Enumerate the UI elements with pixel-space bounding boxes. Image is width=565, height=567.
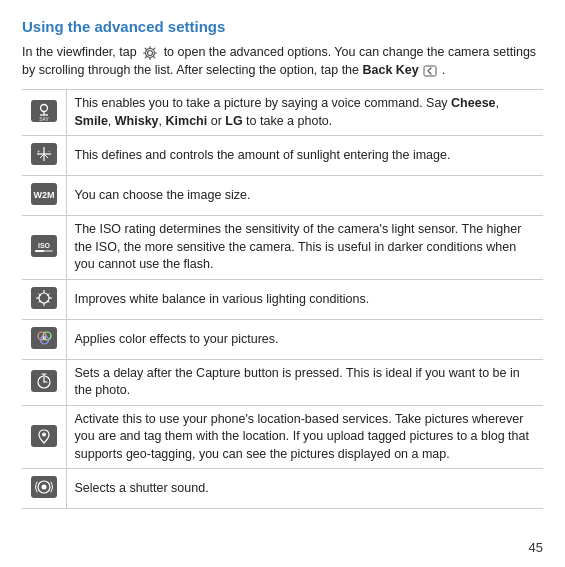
svg-rect-2 <box>424 66 436 76</box>
table-row: Applies color effects to your pictures. <box>22 319 543 359</box>
svg-point-35 <box>42 336 46 340</box>
text-cell: Applies color effects to your pictures. <box>66 319 543 359</box>
icon-cell: ISO <box>22 216 66 280</box>
voice-icon: SAY <box>29 98 59 124</box>
text-cell: Sets a delay after the Capture button is… <box>66 359 543 405</box>
svg-point-0 <box>148 50 153 55</box>
w2m-icon: W2M <box>29 181 59 207</box>
page-number: 45 <box>529 540 543 555</box>
page-title: Using the advanced settings <box>22 18 543 35</box>
table-row: + - This defines and controls the amount… <box>22 136 543 176</box>
table-row: ISO The ISO rating determines the sensit… <box>22 216 543 280</box>
text-cell: Activate this to use your phone's locati… <box>66 405 543 469</box>
text-cell: The ISO rating determines the sensitivit… <box>66 216 543 280</box>
svg-text:SAY: SAY <box>39 116 49 122</box>
table-row: Improves white balance in various lighti… <box>22 279 543 319</box>
exposure-icon: + - <box>29 141 59 167</box>
icon-cell: + - <box>22 136 66 176</box>
icon-cell <box>22 359 66 405</box>
svg-point-46 <box>41 485 46 490</box>
settings-table: SAY This enables you to take a picture b… <box>22 89 543 509</box>
text-cell: You can choose the image size. <box>66 176 543 216</box>
svg-rect-20 <box>35 250 44 252</box>
intro-back-key: Back Key <box>362 63 418 77</box>
icon-cell: SAY <box>22 90 66 136</box>
back-key-icon <box>423 65 437 77</box>
location-icon <box>29 423 59 449</box>
svg-text:ISO: ISO <box>38 242 51 249</box>
white-balance-icon <box>29 285 59 311</box>
icon-cell <box>22 279 66 319</box>
icon-cell <box>22 319 66 359</box>
text-cell: This defines and controls the amount of … <box>66 136 543 176</box>
intro-text: In the viewfinder, tap to open the advan… <box>22 43 543 79</box>
svg-point-43 <box>42 432 46 436</box>
svg-text:W2M: W2M <box>33 190 54 200</box>
intro-after: . <box>442 63 445 77</box>
timer-icon <box>29 368 59 394</box>
table-row: Selects a shutter sound. <box>22 469 543 509</box>
text-cell: Selects a shutter sound. <box>66 469 543 509</box>
shutter-sound-icon <box>29 474 59 500</box>
color-effects-icon <box>29 325 59 351</box>
table-row: SAY This enables you to take a picture b… <box>22 90 543 136</box>
icon-cell <box>22 405 66 469</box>
table-row: W2M You can choose the image size. <box>22 176 543 216</box>
iso-icon: ISO <box>29 233 59 259</box>
table-row: Sets a delay after the Capture button is… <box>22 359 543 405</box>
intro-before: In the viewfinder, tap <box>22 45 140 59</box>
svg-point-1 <box>146 48 155 57</box>
icon-cell: W2M <box>22 176 66 216</box>
gear-icon <box>142 45 158 61</box>
text-cell: Improves white balance in various lighti… <box>66 279 543 319</box>
page-container: Using the advanced settings In the viewf… <box>0 0 565 519</box>
text-cell: This enables you to take a picture by sa… <box>66 90 543 136</box>
svg-text:-: - <box>48 148 50 154</box>
svg-text:+: + <box>37 148 41 154</box>
table-row: Activate this to use your phone's locati… <box>22 405 543 469</box>
icon-cell <box>22 469 66 509</box>
